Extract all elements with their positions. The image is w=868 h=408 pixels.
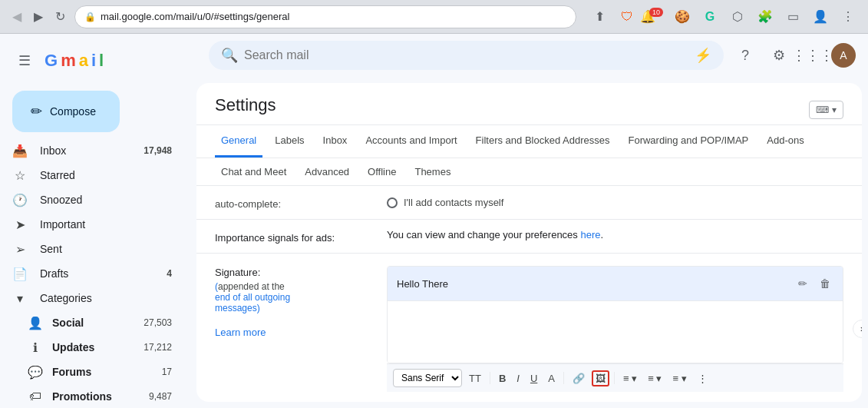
search-input[interactable]	[244, 48, 688, 62]
separator-3	[614, 372, 615, 384]
tab-general[interactable]: General	[215, 125, 262, 158]
underline-button[interactable]: U	[526, 370, 541, 386]
signature-editor-area: Hello There ✏ 🗑	[387, 266, 843, 392]
sidebar-item-drafts[interactable]: 📄 Drafts 4	[0, 261, 184, 286]
search-icon: 🔍	[221, 47, 238, 64]
grammarly-btn[interactable]: G	[699, 6, 721, 28]
link-button[interactable]: 🔗	[569, 370, 589, 386]
notification-count: 10	[649, 8, 663, 17]
back-button[interactable]: ◀	[9, 6, 25, 27]
apps-button[interactable]: ⋮⋮⋮	[797, 40, 828, 71]
star-icon: ☆	[12, 168, 28, 183]
updates-label: Updates	[52, 341, 134, 353]
sidebar-item-important[interactable]: ➤ Important	[0, 212, 184, 237]
sub-tab-offline[interactable]: Offline	[361, 158, 402, 185]
signature-toolbar: Sans Serif TT B I U A 🔗 🖼	[387, 363, 843, 392]
sub-tab-chat[interactable]: Chat and Meet	[215, 158, 292, 185]
sidebar-item-updates[interactable]: ℹ Updates 17,212	[0, 335, 184, 360]
profile-btn[interactable]: 👤	[810, 6, 831, 28]
autocomplete-label: auto-complete:	[215, 195, 368, 210]
forward-button[interactable]: ▶	[31, 6, 46, 27]
browser-actions: ⬆ 🛡 🔔10 🍪 G ⬡ 🧩 ▭ 👤 ⋮	[589, 6, 859, 28]
updates-icon: ℹ	[28, 340, 43, 355]
signature-section: Signature: (appended at the end of all o…	[196, 254, 862, 402]
settings-content: auto-complete: I'll add contacts myself …	[196, 186, 862, 402]
keyboard-chevron: ▾	[832, 104, 837, 115]
sidebar-item-starred[interactable]: ☆ Starred	[0, 163, 184, 187]
bold-button[interactable]: B	[495, 370, 510, 386]
sidebar-item-sent[interactable]: ➢ Sent	[0, 237, 184, 261]
tab-accounts[interactable]: Accounts and Import	[359, 125, 463, 158]
share-button[interactable]: ⬆	[589, 6, 610, 28]
learn-more-link[interactable]: Learn more	[215, 327, 266, 338]
notification-button[interactable]: 🔔10	[644, 6, 665, 28]
signature-editor[interactable]	[388, 301, 843, 363]
edit-signature-button[interactable]: ✏	[795, 274, 810, 293]
radio-button[interactable]	[387, 197, 398, 208]
bullet-list-button[interactable]: ≡ ▾	[668, 370, 690, 386]
inbox-label: Inbox	[40, 144, 131, 157]
hamburger-button[interactable]: ☰	[12, 46, 37, 75]
search-container: 🔍 ⚡	[209, 41, 724, 70]
sidebar-item-social[interactable]: 👤 Social 27,503	[0, 310, 184, 335]
signature-label-block: Signature: (appended at the end of all o…	[215, 266, 368, 392]
autocomplete-value: I'll add contacts myself	[387, 197, 843, 208]
delete-signature-button[interactable]: 🗑	[817, 274, 833, 293]
sidebar-item-inbox[interactable]: 📥 Inbox 17,948	[0, 138, 184, 163]
separator-1	[490, 372, 490, 384]
preferences-link[interactable]: here	[580, 229, 600, 240]
text-color-button[interactable]: A	[544, 370, 559, 386]
tab-btn[interactable]: ▭	[782, 6, 804, 28]
font-size-button[interactable]: TT	[465, 370, 485, 386]
sidebar-item-snoozed[interactable]: 🕐 Snoozed	[0, 187, 184, 212]
font-select[interactable]: Sans Serif	[393, 369, 462, 387]
tab-addons[interactable]: Add-ons	[761, 125, 810, 158]
cookie-btn[interactable]: 🍪	[672, 6, 693, 28]
sidebar-item-promotions[interactable]: 🏷 Promotions 9,487	[0, 384, 184, 408]
numbered-list-button[interactable]: ≡ ▾	[644, 370, 665, 386]
keyboard-shortcut-button[interactable]: ⌨ ▾	[809, 101, 843, 119]
link-btn[interactable]: ⬡	[727, 6, 748, 28]
sidebar: ☰ Gmail ✏ Compose 📥 Inbox 17,948 ☆ Starr…	[0, 34, 196, 408]
social-label: Social	[52, 317, 134, 329]
tab-filters[interactable]: Filters and Blocked Addresses	[470, 125, 616, 158]
tab-inbox[interactable]: Inbox	[317, 125, 354, 158]
inbox-icon: 📥	[12, 144, 28, 158]
starred-label: Starred	[40, 169, 172, 181]
help-button[interactable]: ?	[730, 40, 761, 71]
search-filter-icon[interactable]: ⚡	[695, 47, 711, 64]
updates-count: 17,212	[144, 342, 172, 353]
more-options-button[interactable]: ⋮	[694, 370, 711, 386]
topbar-actions: ? ⚙ ⋮⋮⋮ A	[730, 40, 856, 71]
url-text: mail.google.com/mail/u/0/#settings/gener…	[101, 11, 289, 22]
address-bar[interactable]: 🔒 mail.google.com/mail/u/0/#settings/gen…	[74, 5, 576, 28]
settings-title: Settings	[215, 95, 809, 124]
settings-button[interactable]: ⚙	[764, 40, 794, 71]
separator-2	[563, 372, 564, 384]
compose-button[interactable]: ✏ Compose	[12, 91, 120, 132]
image-button[interactable]: 🖼	[592, 370, 609, 386]
inbox-count: 17,948	[144, 145, 172, 156]
signature-item[interactable]: Hello There ✏ 🗑	[388, 267, 843, 301]
tab-labels[interactable]: Labels	[269, 125, 310, 158]
promotions-count: 9,487	[149, 391, 172, 402]
sub-tab-themes[interactable]: Themes	[408, 158, 457, 185]
browser-chrome: ◀ ▶ ↻ 🔒 mail.google.com/mail/u/0/#settin…	[0, 0, 868, 34]
panel-collapse-button[interactable]: ›	[853, 320, 862, 338]
align-button[interactable]: ≡ ▾	[619, 370, 641, 386]
tab-forwarding[interactable]: Forwarding and POP/IMAP	[622, 125, 754, 158]
drafts-label: Drafts	[40, 267, 154, 280]
sub-tab-advanced[interactable]: Advanced	[299, 158, 355, 185]
drafts-count: 4	[167, 268, 172, 279]
user-avatar[interactable]: A	[831, 43, 856, 68]
gmail-logo: Gmail	[45, 51, 104, 71]
extensions-btn[interactable]: 🧩	[754, 6, 776, 28]
italic-button[interactable]: I	[513, 370, 523, 386]
menu-btn[interactable]: ⋮	[837, 6, 859, 28]
brave-shield[interactable]: 🛡	[616, 6, 638, 28]
reload-button[interactable]: ↻	[52, 6, 68, 27]
lock-icon: 🔒	[84, 12, 96, 22]
sidebar-item-forums[interactable]: 💬 Forums 17	[0, 360, 184, 384]
sidebar-categories-toggle[interactable]: ▾ Categories	[0, 286, 184, 310]
keyboard-icon: ⌨	[816, 104, 829, 115]
